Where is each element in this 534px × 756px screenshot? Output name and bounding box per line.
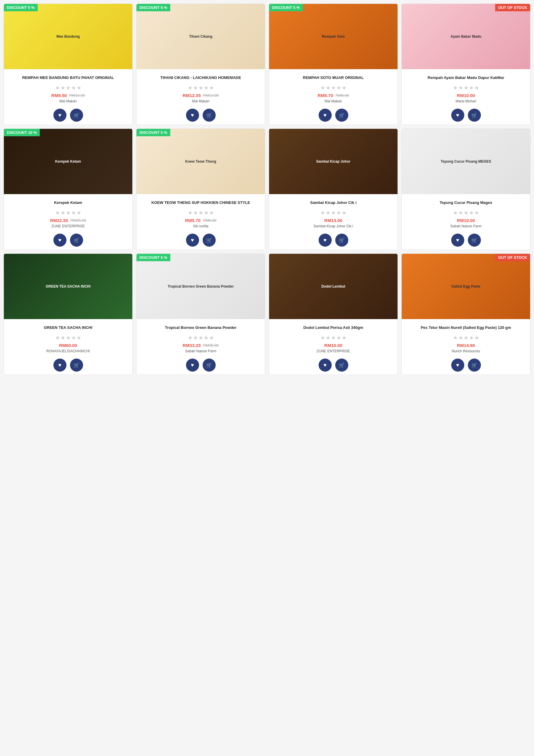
discount-badge: DISCOUNT 5 % xyxy=(269,4,303,11)
product-stars: ★★★★★ xyxy=(188,209,214,216)
heart-icon: ♥ xyxy=(191,237,194,243)
heart-icon: ♥ xyxy=(191,112,194,119)
add-to-cart-button[interactable]: 🛒 xyxy=(335,359,348,372)
star-icon: ★ xyxy=(204,209,209,216)
wishlist-button[interactable]: ♥ xyxy=(186,233,199,247)
out-of-stock-badge: OUT OF STOCK xyxy=(495,254,530,261)
product-image-wrapper: Ayam Bakar MaduOUT OF STOCK xyxy=(402,4,530,69)
card-body: KOEW TEOW THENG SUP HOKKIEN CHINESE STYL… xyxy=(137,194,265,250)
add-to-cart-button[interactable]: 🛒 xyxy=(468,233,481,247)
wishlist-button[interactable]: ♥ xyxy=(53,359,66,372)
add-to-cart-button[interactable]: 🛒 xyxy=(203,233,216,247)
star-icon: ★ xyxy=(320,85,325,91)
discount-badge: DISCOUNT 5 % xyxy=(137,254,170,261)
star-icon: ★ xyxy=(342,209,346,216)
seller-name: Mai Makan xyxy=(192,99,210,103)
seller-name: Siti norlila xyxy=(193,224,208,228)
price-current: RM22.50 xyxy=(50,218,68,223)
heart-icon: ♥ xyxy=(323,362,327,368)
cart-icon: 🛒 xyxy=(339,113,345,118)
star-icon: ★ xyxy=(453,335,458,341)
add-to-cart-button[interactable]: 🛒 xyxy=(70,109,83,122)
product-image-wrapper: Dodol Lembut xyxy=(269,254,397,319)
price-row: RM10.00 xyxy=(457,218,475,223)
cart-icon: 🛒 xyxy=(74,237,80,243)
add-to-cart-button[interactable]: 🛒 xyxy=(335,109,348,122)
add-to-cart-button[interactable]: 🛒 xyxy=(335,233,348,247)
price-row: RM13.00 xyxy=(324,218,343,223)
wishlist-button[interactable]: ♥ xyxy=(451,359,464,372)
star-icon: ★ xyxy=(198,85,203,91)
heart-icon: ♥ xyxy=(58,237,62,243)
star-icon: ★ xyxy=(55,209,60,216)
star-icon: ★ xyxy=(193,335,198,341)
add-to-cart-button[interactable]: 🛒 xyxy=(468,109,481,122)
price-current: RM10.00 xyxy=(457,218,475,223)
card-body: Kerepek Ketam★★★★★RM22.50RM25.00ZUNE ENT… xyxy=(4,194,132,250)
wishlist-button[interactable]: ♥ xyxy=(186,109,199,122)
discount-badge: DISCOUNT 5 % xyxy=(137,4,170,11)
wishlist-button[interactable]: ♥ xyxy=(451,109,464,122)
star-icon: ★ xyxy=(474,209,479,216)
product-name: Dodol Lembut Perisa Asli 340gm xyxy=(303,322,364,333)
heart-icon: ♥ xyxy=(58,112,62,119)
price-original: RM6.00 xyxy=(203,218,216,223)
wishlist-button[interactable]: ♥ xyxy=(186,359,199,372)
price-current: RM33.25 xyxy=(183,343,201,348)
product-image-placeholder: Kerepek Ketam xyxy=(4,129,132,194)
product-name: KOEW TEOW THENG SUP HOKKIEN CHINESE STYL… xyxy=(151,197,250,208)
product-card-12: Salted Egg PasteOUT OF STOCKPes Telur Ma… xyxy=(401,254,530,375)
star-icon: ★ xyxy=(326,85,330,91)
out-of-stock-badge: OUT OF STOCK xyxy=(495,4,530,11)
discount-badge: DISCOUNT 5 % xyxy=(137,129,170,136)
wishlist-button[interactable]: ♥ xyxy=(53,109,66,122)
add-to-cart-button[interactable]: 🛒 xyxy=(468,359,481,372)
action-buttons: ♥🛒 xyxy=(186,106,216,122)
heart-icon: ♥ xyxy=(191,362,194,368)
product-stars: ★★★★★ xyxy=(188,335,214,341)
star-icon: ★ xyxy=(193,209,198,216)
cart-icon: 🛒 xyxy=(471,363,477,368)
product-card-11: Dodol LembutDodol Lembut Perisa Asli 340… xyxy=(269,254,398,375)
price-original: RM6.00 xyxy=(336,93,349,98)
product-stars: ★★★★★ xyxy=(55,85,81,91)
add-to-cart-button[interactable]: 🛒 xyxy=(203,109,216,122)
price-row: RM9.50RM10.00 xyxy=(51,93,85,98)
card-body: Rempah Ayam Bakar Madu Dapur KakMar★★★★★… xyxy=(402,69,530,125)
star-icon: ★ xyxy=(331,209,336,216)
add-to-cart-button[interactable]: 🛒 xyxy=(70,359,83,372)
heart-icon: ♥ xyxy=(323,237,327,243)
price-current: RM5.70 xyxy=(185,218,201,223)
star-icon: ★ xyxy=(326,209,330,216)
wishlist-button[interactable]: ♥ xyxy=(318,233,332,247)
add-to-cart-button[interactable]: 🛒 xyxy=(70,233,83,247)
product-stars: ★★★★★ xyxy=(320,209,346,216)
product-image-placeholder: GREEN TEA SACHA INCHI xyxy=(4,254,132,319)
star-icon: ★ xyxy=(209,209,214,216)
star-icon: ★ xyxy=(474,335,479,341)
star-icon: ★ xyxy=(458,209,463,216)
product-image-wrapper: Sambal Kicap Johor xyxy=(269,129,397,194)
price-row: RM12.35RM13.00 xyxy=(183,93,219,98)
seller-name: Sabah Nature Farm xyxy=(450,224,481,228)
product-stars: ★★★★★ xyxy=(453,85,479,91)
product-image-placeholder: Dodol Lembut xyxy=(269,254,397,319)
star-icon: ★ xyxy=(198,209,203,216)
wishlist-button[interactable]: ♥ xyxy=(318,109,332,122)
wishlist-button[interactable]: ♥ xyxy=(318,359,332,372)
star-icon: ★ xyxy=(453,209,458,216)
wishlist-button[interactable]: ♥ xyxy=(53,233,66,247)
add-to-cart-button[interactable]: 🛒 xyxy=(203,359,216,372)
star-icon: ★ xyxy=(320,209,325,216)
product-image-wrapper: Tihani CikangDISCOUNT 5 % xyxy=(137,4,265,69)
wishlist-button[interactable]: ♥ xyxy=(451,233,464,247)
product-name: REMPAH MEE BANDUNG BATU PAHAT ORIGINAL xyxy=(22,72,114,83)
star-icon: ★ xyxy=(188,209,192,216)
discount-badge: DISCOUNT 5 % xyxy=(4,4,38,11)
product-image-placeholder: Rempah Soto xyxy=(269,4,397,69)
card-body: Dodol Lembut Perisa Asli 340gm★★★★★RM10.… xyxy=(269,319,397,375)
product-card-9: GREEN TEA SACHA INCHIGREEN TEA SACHA INC… xyxy=(4,254,133,375)
star-icon: ★ xyxy=(209,85,214,91)
product-stars: ★★★★★ xyxy=(55,335,81,341)
seller-name: Mai Makan xyxy=(324,99,342,103)
